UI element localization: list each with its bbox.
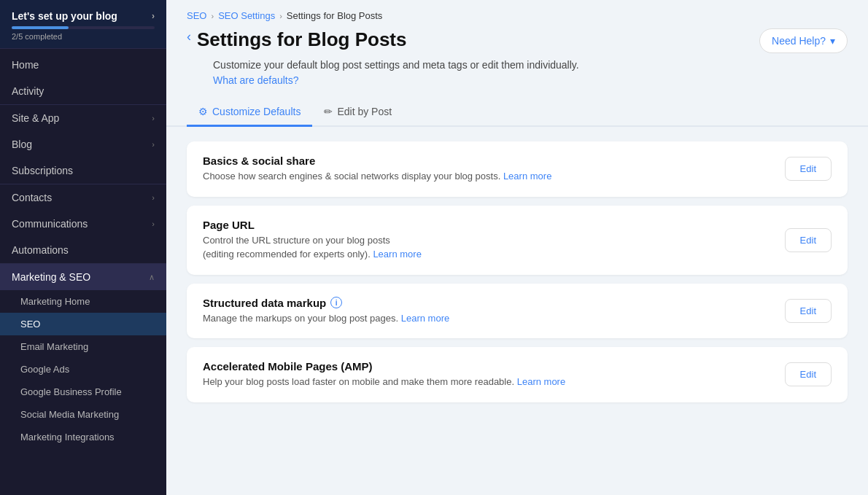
- settings-icon: ⚙: [198, 106, 208, 117]
- basics-learn-more-link[interactable]: Learn more: [503, 171, 551, 182]
- page-url-learn-more-link[interactable]: Learn more: [373, 249, 421, 260]
- card-amp: Accelerated Mobile Pages (AMP) Help your…: [187, 347, 848, 402]
- setup-chevron-icon: ›: [152, 11, 155, 21]
- sidebar-item-marketing-seo[interactable]: Marketing & SEO ∧: [0, 264, 166, 290]
- sidebar-nav: Home Activity Site & App › Blog › Subscr…: [0, 49, 166, 495]
- chevron-right-icon: ›: [152, 140, 155, 149]
- sidebar-item-marketing-home[interactable]: Marketing Home: [0, 290, 166, 313]
- sidebar-item-google-business-profile[interactable]: Google Business Profile: [0, 381, 166, 403]
- progress-bar-bg: [12, 26, 155, 29]
- sidebar-item-contacts[interactable]: Contacts ›: [0, 184, 166, 211]
- chevron-right-icon: ›: [152, 114, 155, 122]
- sidebar-item-home[interactable]: Home: [0, 52, 166, 78]
- info-icon[interactable]: i: [330, 297, 342, 308]
- breadcrumb: SEO › SEO Settings › Settings for Blog P…: [166, 0, 868, 21]
- tab-customize-defaults[interactable]: ⚙ Customize Defaults: [187, 100, 312, 127]
- amp-edit-button[interactable]: Edit: [785, 362, 832, 386]
- card-structured-data: Structured data markup i Manage the mark…: [187, 284, 848, 339]
- sidebar-item-seo[interactable]: SEO: [0, 313, 166, 335]
- sidebar-item-social-media-marketing[interactable]: Social Media Marketing: [0, 403, 166, 426]
- tab-edit-by-post[interactable]: ✏ Edit by Post: [312, 100, 403, 127]
- progress-bar-fill: [12, 26, 69, 29]
- breadcrumb-current: Settings for Blog Posts: [287, 10, 383, 21]
- sidebar-item-automations[interactable]: Automations: [0, 237, 166, 263]
- breadcrumb-sep-2: ›: [279, 12, 282, 20]
- sidebar-item-email-marketing[interactable]: Email Marketing: [0, 335, 166, 358]
- sidebar-item-subscriptions[interactable]: Subscriptions: [0, 157, 166, 184]
- card-structured-data-content: Structured data markup i Manage the mark…: [203, 297, 770, 326]
- tabs-bar: ⚙ Customize Defaults ✏ Edit by Post: [166, 88, 868, 127]
- sidebar-item-activity[interactable]: Activity: [0, 78, 166, 104]
- card-page-url-desc: Control the URL structure on your blog p…: [203, 233, 770, 262]
- card-amp-title: Accelerated Mobile Pages (AMP): [203, 360, 770, 373]
- card-structured-data-title: Structured data markup i: [203, 297, 770, 309]
- card-basics-social-title: Basics & social share: [203, 155, 770, 167]
- card-page-url-content: Page URL Control the URL structure on yo…: [203, 219, 770, 262]
- structured-data-edit-button[interactable]: Edit: [785, 299, 832, 323]
- page-description: Customize your default blog post setting…: [166, 53, 868, 88]
- page-header-left: ‹ Settings for Blog Posts: [187, 28, 406, 51]
- sidebar: Let's set up your blog › 2/5 completed H…: [0, 0, 166, 495]
- card-page-url: Page URL Control the URL structure on yo…: [187, 206, 848, 275]
- breadcrumb-seo[interactable]: SEO: [187, 10, 206, 21]
- page-title: Settings for Blog Posts: [197, 28, 406, 51]
- need-help-button[interactable]: Need Help? ▾: [759, 28, 848, 53]
- breadcrumb-sep-1: ›: [211, 12, 214, 20]
- cards-area: Basics & social share Choose how search …: [166, 127, 868, 417]
- breadcrumb-seo-settings[interactable]: SEO Settings: [218, 10, 275, 21]
- sidebar-item-site-app[interactable]: Site & App ›: [0, 105, 166, 131]
- chevron-right-icon: ›: [152, 219, 155, 228]
- progress-label: 2/5 completed: [12, 32, 155, 41]
- sidebar-item-communications[interactable]: Communications ›: [0, 211, 166, 237]
- chevron-up-icon: ∧: [149, 273, 155, 282]
- card-amp-content: Accelerated Mobile Pages (AMP) Help your…: [203, 360, 770, 389]
- structured-data-learn-more-link[interactable]: Learn more: [401, 313, 449, 324]
- what-are-defaults-link[interactable]: What are defaults?: [213, 74, 299, 86]
- sidebar-item-marketing-integrations[interactable]: Marketing Integrations: [0, 426, 166, 448]
- amp-learn-more-link[interactable]: Learn more: [517, 376, 565, 387]
- card-structured-data-desc: Manage the markups on your blog post pag…: [203, 311, 770, 326]
- card-basics-social: Basics & social share Choose how search …: [187, 141, 848, 197]
- sidebar-item-blog[interactable]: Blog ›: [0, 131, 166, 157]
- edit-icon: ✏: [324, 106, 333, 117]
- setup-banner[interactable]: Let's set up your blog › 2/5 completed: [0, 0, 166, 48]
- card-basics-social-desc: Choose how search engines & social netwo…: [203, 169, 770, 184]
- card-amp-desc: Help your blog posts load faster on mobi…: [203, 375, 770, 389]
- chevron-down-icon: ▾: [830, 35, 835, 47]
- basics-edit-button[interactable]: Edit: [785, 157, 832, 181]
- page-url-edit-button[interactable]: Edit: [785, 228, 832, 252]
- main-content: SEO › SEO Settings › Settings for Blog P…: [166, 0, 868, 495]
- setup-title: Let's set up your blog: [12, 10, 117, 22]
- card-basics-social-content: Basics & social share Choose how search …: [203, 155, 770, 184]
- sidebar-item-google-ads[interactable]: Google Ads: [0, 358, 166, 381]
- back-button[interactable]: ‹: [187, 28, 191, 43]
- page-header: ‹ Settings for Blog Posts Need Help? ▾: [166, 21, 868, 53]
- chevron-right-icon: ›: [152, 193, 155, 202]
- card-page-url-title: Page URL: [203, 219, 770, 231]
